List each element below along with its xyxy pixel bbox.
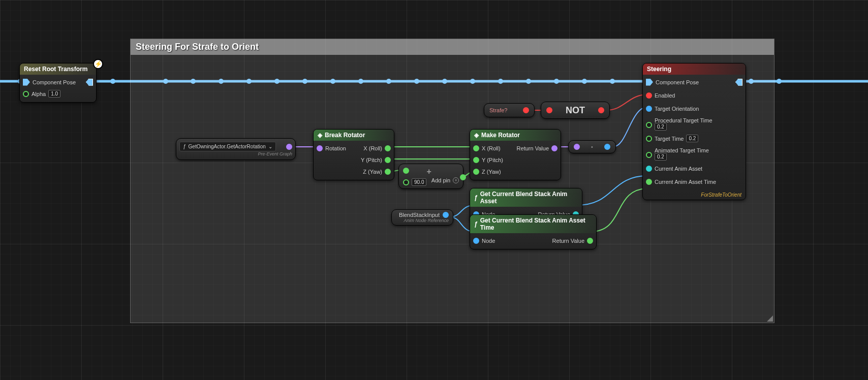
node-header[interactable]: ◈ Break Rotator (314, 130, 394, 141)
y-pitch-label: Y (Pitch) (361, 157, 382, 163)
pose-label: Component Pose (656, 79, 699, 85)
pin-blend-out[interactable] (443, 212, 449, 218)
node-title: Get Current Blend Stack Anim Asset Time (480, 217, 592, 231)
node-break-rotator[interactable]: ◈ Break Rotator Rotation X (Roll) Y (Pit… (313, 129, 394, 180)
not-label: NOT (566, 105, 585, 116)
pin-return-out[interactable] (587, 238, 593, 244)
pin-enabled[interactable] (646, 92, 652, 99)
target-time-label: Target Time (655, 136, 684, 142)
fn-label: GetOwningActor.GetActorRotation (189, 144, 266, 149)
z-yaw-label: Z (Yaw) (482, 169, 501, 175)
node-subtext: Pre-Event Graph (179, 151, 292, 156)
pin-strafe-out[interactable] (523, 107, 529, 113)
pin-add-a[interactable] (403, 168, 409, 174)
node-tag: ForStrafeToOrient (643, 190, 746, 200)
pin-reroute-out[interactable] (604, 144, 610, 150)
node-reroute[interactable]: • (568, 140, 616, 153)
pin-z-in[interactable] (473, 169, 479, 175)
pin-anim-target-time[interactable] (646, 152, 652, 158)
pin-rotation-in[interactable] (317, 145, 323, 151)
return-label: Return Value (517, 145, 549, 151)
node-make-rotator[interactable]: ◈ Make Rotator X (Roll) Y (Pitch) Z (Yaw… (470, 129, 561, 180)
pin-current-anim-asset-time[interactable] (646, 179, 652, 185)
pose-in-icon[interactable] (23, 79, 30, 86)
pin-current-anim-asset[interactable] (646, 166, 652, 172)
pin-z-out[interactable] (385, 169, 391, 175)
pin-add-b[interactable] (403, 179, 409, 185)
component-pose-label: Component Pose (33, 79, 76, 85)
pin-add-out[interactable] (460, 174, 466, 180)
node-get-anim-asset-time[interactable]: ƒ Get Current Blend Stack Anim Asset Tim… (470, 214, 597, 249)
z-yaw-label: Z (Yaw) (363, 169, 382, 175)
strafe-label: Strafe? (489, 107, 507, 113)
pin-alpha[interactable] (23, 91, 29, 97)
node-add-float[interactable]: 90.0 + Add pin + (398, 164, 463, 189)
pin-not-in[interactable] (546, 107, 552, 113)
node-not[interactable]: NOT (541, 102, 610, 119)
fn-icon: ƒ (474, 220, 478, 228)
anim-target-time-value[interactable]: 0.2 (655, 153, 667, 161)
x-roll-label: X (Roll) (482, 145, 501, 151)
pin-y-out[interactable] (385, 157, 391, 163)
chevron-down-icon[interactable]: ⌄ (268, 144, 272, 149)
node-reset-root-transform[interactable]: Reset Root Transform Component Pose Alph… (19, 63, 97, 103)
node-title: Steering (647, 66, 671, 73)
pin-y-in[interactable] (473, 157, 479, 163)
pin-return-out[interactable] (551, 145, 557, 151)
pin-target-orientation[interactable] (646, 106, 652, 112)
resize-handle-icon[interactable] (764, 312, 773, 322)
node-strafe-var[interactable]: Strafe? (484, 103, 535, 117)
return-label: Return Value (552, 238, 584, 244)
fn-icon: ƒ (183, 144, 186, 149)
pose-out-icon[interactable] (735, 79, 742, 86)
node-title: Get Current Blend Stack Anim Asset (480, 191, 578, 205)
node-title: Make Rotator (481, 132, 520, 139)
blend-title: BlendStackInput (399, 212, 440, 218)
fastpath-icon: ⚡ (93, 59, 103, 69)
add-pin-icon[interactable]: + (453, 177, 459, 183)
pose-in-icon[interactable] (646, 79, 653, 86)
pin-node-in[interactable] (473, 238, 479, 244)
node-header[interactable]: ƒ Get Current Blend Stack Anim Asset (470, 188, 582, 207)
comment-title[interactable]: Steering For Strafe to Orient (131, 39, 774, 55)
break-icon: ◈ (318, 132, 322, 139)
pin-proc-target-time[interactable] (646, 122, 652, 128)
current-anim-asset-time-label: Current Anim Asset Time (655, 179, 716, 185)
add-pin-label: Add pin (431, 177, 450, 183)
node-blend-stack-input[interactable]: BlendStackInput Anim Node Reference (391, 209, 453, 226)
node-label: Node (482, 238, 495, 244)
node-title: Break Rotator (325, 132, 365, 139)
current-anim-asset-label: Current Anim Asset (655, 166, 702, 172)
pin-x-in[interactable] (473, 145, 479, 151)
pin-target-time[interactable] (646, 136, 652, 142)
alpha-label: Alpha (32, 91, 46, 97)
make-icon: ◈ (474, 132, 479, 139)
node-title: Reset Root Transform (24, 66, 87, 73)
dot-icon: • (591, 144, 593, 150)
pin-rotation-out[interactable] (286, 144, 292, 150)
node-header[interactable]: Steering (643, 64, 746, 75)
target-time-value[interactable]: 0.2 (686, 135, 698, 142)
add-b-value[interactable]: 90.0 (412, 178, 426, 186)
pin-reroute-in[interactable] (574, 144, 580, 150)
plus-icon: + (426, 167, 431, 176)
node-header[interactable]: ◈ Make Rotator (470, 130, 561, 141)
alpha-value[interactable]: 1.0 (48, 90, 60, 98)
rotation-label: Rotation (325, 145, 346, 151)
node-get-actor-rotation[interactable]: ƒ GetOwningActor.GetActorRotation ⌄ Pre-… (176, 138, 296, 160)
blend-subtext: Anim Node Reference (404, 218, 449, 223)
y-pitch-label: Y (Pitch) (482, 157, 503, 163)
node-header[interactable]: ƒ Get Current Blend Stack Anim Asset Tim… (470, 215, 596, 233)
pin-not-out[interactable] (598, 107, 604, 113)
enabled-label: Enabled (655, 92, 675, 99)
pin-x-out[interactable] (385, 145, 391, 151)
proc-target-time-value[interactable]: 0.2 (655, 123, 667, 131)
target-orientation-label: Target Orientation (655, 106, 699, 112)
function-chip[interactable]: ƒ GetOwningActor.GetActorRotation ⌄ (179, 142, 276, 151)
pose-out-icon[interactable] (86, 79, 93, 86)
fn-icon: ƒ (474, 194, 478, 201)
node-header[interactable]: Reset Root Transform (20, 64, 96, 75)
x-roll-label: X (Roll) (363, 145, 382, 151)
node-steering[interactable]: Steering Component Pose Enabled Target O… (642, 63, 746, 200)
